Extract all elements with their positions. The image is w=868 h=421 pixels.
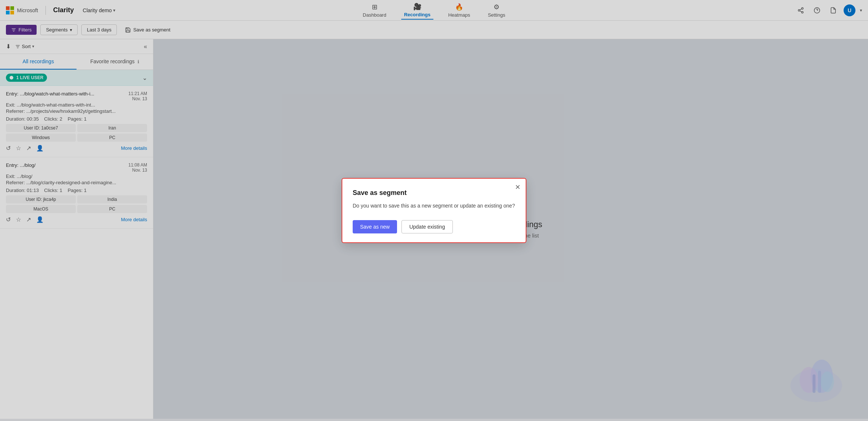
modal-overlay[interactable]: ✕ Save as segment Do you want to save th… — [0, 0, 868, 421]
update-existing-button[interactable]: Update existing — [401, 220, 453, 233]
modal-actions: Save as new Update existing — [353, 220, 515, 233]
save-as-new-button[interactable]: Save as new — [353, 220, 397, 233]
save-as-segment-modal: ✕ Save as segment Do you want to save th… — [342, 178, 526, 243]
modal-close-button[interactable]: ✕ — [515, 184, 521, 191]
modal-body: Do you want to save this as a new segmen… — [353, 202, 515, 210]
modal-title: Save as segment — [353, 189, 515, 197]
